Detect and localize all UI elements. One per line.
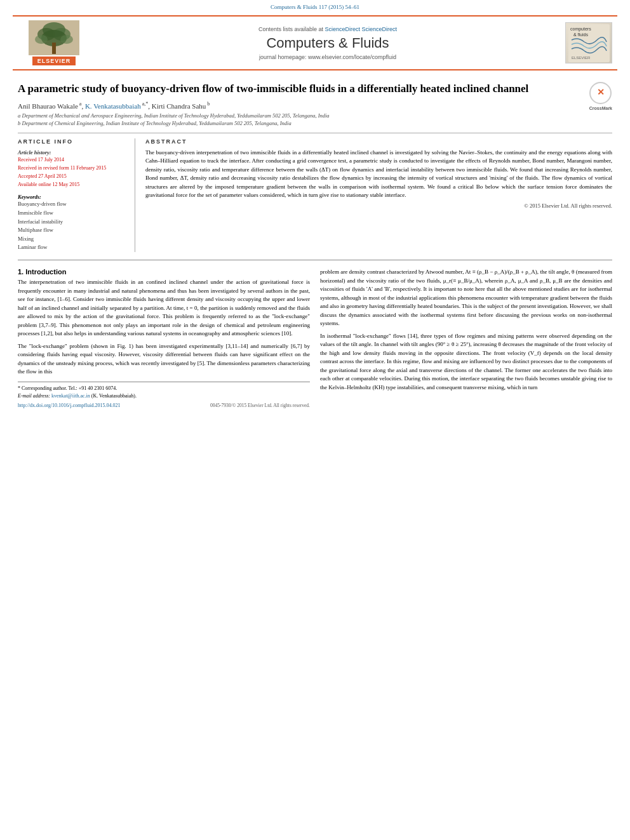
crossmark-label: CrossMark	[589, 105, 612, 111]
author-sahu: Kirti Chandra Sahu	[152, 102, 206, 110]
intro-para-3: problem are density contrast characteriz…	[320, 268, 612, 328]
abstract-column: ABSTRACT The buoyancy-driven interpenetr…	[145, 138, 612, 253]
email-name: (K. Venkatasubbaiah).	[91, 393, 137, 399]
crossmark-icon: ✕	[597, 87, 605, 98]
doi-link[interactable]: http://dx.doi.org/10.1016/j.compfluid.20…	[18, 403, 120, 408]
elsevier-logo-area: ELSEVIER	[13, 20, 95, 65]
keywords-list: Buoyancy-driven flow Immiscible flow Int…	[18, 200, 127, 252]
keywords-section: Keywords: Buoyancy-driven flow Immiscibl…	[18, 194, 127, 252]
abstract-text: The buoyancy-driven interpenetration of …	[145, 149, 612, 200]
section-number: 1. Introduction	[18, 268, 310, 276]
kw-4: Multiphase flow	[18, 226, 127, 235]
kw-1: Buoyancy-driven flow	[18, 200, 127, 209]
authors-line: Anil Bhaurao Wakale a, K. Venkatasubbaia…	[18, 101, 612, 110]
revised-date: Received in revised form 11 February 201…	[18, 164, 127, 173]
elsevier-brand-text: ELSEVIER	[32, 57, 76, 65]
journal-homepage: journal homepage: www.elsevier.com/locat…	[259, 54, 396, 60]
elsevier-tree-graphic	[29, 20, 79, 55]
kw-5: Mixing	[18, 235, 127, 244]
accepted-date: Accepted 27 April 2015	[18, 173, 127, 181]
intro-para-1: The interpenetration of two immiscible f…	[18, 278, 310, 338]
citation-text: Computers & Fluids 117 (2015) 54–61	[271, 4, 359, 10]
svg-rect-5	[52, 43, 56, 54]
footnote-area: * Corresponding author. Tel.: +91 40 230…	[18, 382, 310, 400]
sd-text: ScienceDirect	[362, 26, 398, 32]
email-link[interactable]: kvenkat@iith.ac.in	[51, 393, 90, 399]
kw-6: Laminar flow	[18, 243, 127, 252]
citation-bar: Computers & Fluids 117 (2015) 54–61	[0, 0, 630, 13]
journal-logo-graphic: computers & fluids ELSEVIER	[565, 22, 612, 63]
svg-text:& fluids: & fluids	[573, 32, 588, 37]
journal-right-logo: computers & fluids ELSEVIER	[560, 20, 617, 65]
abstract-copyright: © 2015 Elsevier Ltd. All rights reserved…	[145, 203, 612, 209]
history-dates: Received 17 July 2014 Received in revise…	[18, 156, 127, 189]
affiliations: a Department of Mechanical and Aerospace…	[18, 112, 612, 128]
sup-a-star: a,*	[141, 101, 149, 107]
intro-para-4: In isothermal "lock-exchange" flows [14]…	[320, 332, 612, 392]
sup-b: b	[206, 101, 210, 107]
svg-text:computers: computers	[570, 27, 591, 32]
footnote-corresponding: * Corresponding author. Tel.: +91 40 230…	[18, 385, 310, 392]
affil-1: a Department of Mechanical and Aerospace…	[18, 112, 612, 120]
intro-left-col: 1. Introduction The interpenetration of …	[18, 268, 310, 408]
article-info-column: ARTICLE INFO Article history: Received 1…	[18, 138, 135, 253]
history-label: Article history:	[18, 149, 127, 157]
author-venkatasubbaiah: K. Venkatasubbaiah	[85, 102, 141, 110]
title-text: A parametric study of buoyancy-driven fl…	[18, 83, 528, 95]
divider-1	[18, 133, 612, 133]
contents-line: Contents lists available at ScienceDirec…	[258, 26, 397, 32]
article-info-header: ARTICLE INFO	[18, 138, 127, 145]
online-date: Available online 12 May 2015	[18, 181, 127, 189]
footer-links: http://dx.doi.org/10.1016/j.compfluid.20…	[18, 403, 310, 408]
received-date: Received 17 July 2014	[18, 156, 127, 164]
article-history: Article history: Received 17 July 2014 R…	[18, 149, 127, 189]
intro-para-2: The "lock-exchange" problem (shown in Fi…	[18, 342, 310, 377]
sup-a: a	[78, 101, 82, 107]
abstract-header: ABSTRACT	[145, 138, 612, 145]
article-content: A parametric study of buoyancy-driven fl…	[0, 73, 630, 415]
journal-center: Contents lists available at ScienceDirec…	[95, 20, 560, 65]
kw-2: Immiscible flow	[18, 209, 127, 218]
elsevier-logo: ELSEVIER	[29, 20, 79, 65]
kw-3: Interfacial instability	[18, 218, 127, 227]
svg-point-7	[60, 35, 73, 44]
journal-title: Computers & Fluids	[266, 35, 389, 51]
author-wakale: Anil Bhaurao Wakale	[18, 102, 78, 110]
crossmark-circle: ✕	[589, 82, 612, 104]
footnote-email: E-mail address: kvenkat@iith.ac.in (K. V…	[18, 392, 310, 400]
info-abstract-section: ARTICLE INFO Article history: Received 1…	[18, 138, 612, 253]
svg-point-6	[35, 35, 48, 44]
footer-copyright: 0045-7930/© 2015 Elsevier Ltd. All right…	[210, 403, 310, 408]
section-divider	[18, 260, 612, 260]
sciencedirect-link[interactable]: ScienceDirect	[325, 26, 361, 32]
intro-right-col: problem are density contrast characteriz…	[320, 268, 612, 408]
crossmark-badge[interactable]: ✕ CrossMark	[589, 82, 612, 111]
journal-header: ELSEVIER Contents lists available at Sci…	[13, 15, 617, 70]
affil-2: b Department of Chemical Engineering, In…	[18, 120, 612, 128]
email-label: E-mail address:	[18, 393, 51, 399]
introduction-section: 1. Introduction The interpenetration of …	[18, 268, 612, 408]
article-title: A parametric study of buoyancy-driven fl…	[18, 82, 612, 96]
keywords-label: Keywords:	[18, 194, 127, 200]
svg-text:ELSEVIER: ELSEVIER	[572, 56, 591, 60]
